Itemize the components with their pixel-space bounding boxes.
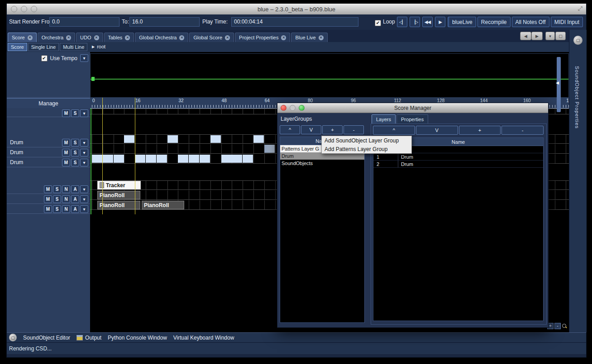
row-dropdown[interactable]: ▾ [80, 149, 88, 156]
close-icon[interactable]: × [94, 35, 99, 40]
row-dropdown[interactable]: ▾ [80, 139, 88, 147]
menu-item-add-soundobject-layer-group[interactable]: Add SoundObject Layer Group [322, 136, 411, 145]
tab-score[interactable]: Score× [8, 33, 37, 42]
close-icon[interactable]: × [28, 35, 33, 40]
pattern-cell[interactable] [124, 135, 134, 143]
mute-button[interactable]: M [62, 149, 70, 156]
mute-button[interactable]: M [62, 159, 70, 166]
loop-checkbox[interactable]: ✔ [375, 18, 381, 26]
menu-item-add-patterns-layer-group[interactable]: Add Patterns Layer Group [322, 145, 411, 153]
tab-global-score[interactable]: Global Score× [189, 33, 234, 42]
layergroups-table[interactable]: Name Patterns Layer G Drum SoundObjects [280, 137, 365, 323]
pattern-cell[interactable] [253, 135, 264, 143]
pattern-cell[interactable] [92, 155, 102, 163]
layers-table[interactable]: Name 1 Drum 2 Drum [373, 137, 544, 321]
pattern-cell[interactable] [103, 155, 113, 163]
pattern-cell[interactable] [114, 155, 124, 163]
soundobject-properties-icon[interactable]: ▢ [573, 36, 582, 45]
layer-row-1[interactable]: M S N A ▾ [7, 184, 90, 194]
tempo-start-marker[interactable] [91, 77, 95, 81]
score-manager-dialog[interactable]: Score Manager LayerGroups ^ V + - Name P… [277, 103, 549, 328]
midi-input-button[interactable]: MIDI Input [551, 17, 583, 27]
tab-layers[interactable]: Layers [372, 114, 396, 124]
automation-button[interactable]: A [71, 185, 79, 193]
pattern-cell[interactable] [221, 155, 232, 163]
mute-button[interactable]: M [62, 139, 70, 147]
solo-button[interactable]: S [71, 149, 79, 156]
add-button[interactable]: + [459, 126, 501, 135]
bluelive-button[interactable]: blueLive [449, 17, 476, 27]
note-button[interactable]: N [62, 205, 70, 213]
pattern-cell[interactable] [178, 155, 188, 163]
layer-row-2[interactable]: M S N A ▾ [7, 194, 90, 204]
row-dropdown[interactable]: ▾ [80, 185, 88, 193]
soundobject-tracker[interactable]: Tracker [97, 181, 141, 189]
tab-orchestra[interactable]: Orchestra× [38, 33, 75, 42]
track-row-drum-2[interactable]: Drum M S ▾ [7, 148, 90, 157]
maximize-view-button[interactable]: ▢ [555, 32, 566, 40]
mute-button[interactable]: M [44, 205, 52, 213]
subtab-score[interactable]: Score [8, 43, 27, 51]
soundobject-editor-icon[interactable]: ▢ [9, 334, 17, 341]
pattern-cell[interactable] [157, 155, 167, 163]
recompile-button[interactable]: Recompile [477, 17, 511, 27]
soundobject-pianoroll-3[interactable]: PianoRoll [142, 201, 184, 209]
layer-row-3[interactable]: M S N A ▾ [7, 204, 90, 214]
mute-button[interactable]: M [44, 195, 52, 203]
tab-udo[interactable]: UDO× [76, 33, 103, 42]
remove-button[interactable]: - [501, 126, 544, 135]
to-input[interactable]: 16.0 [129, 17, 200, 27]
add-button[interactable]: + [322, 125, 343, 134]
soundobject-editor-button[interactable]: SoundObject Editor [23, 335, 70, 341]
pattern-cell[interactable] [232, 155, 242, 163]
pattern-cell[interactable] [200, 155, 210, 163]
pattern-cell[interactable] [243, 155, 253, 163]
row-dropdown[interactable]: ▾ [80, 195, 88, 203]
rewind-button[interactable]: ◀◀ [422, 17, 433, 27]
layergroup-row-soundobjects[interactable]: SoundObjects [280, 160, 364, 167]
tab-list-dropdown-button[interactable]: ▾ [545, 32, 555, 40]
all-notes-off-button[interactable]: All Notes Off [512, 17, 549, 27]
layers-row-1[interactable]: 1 Drum [373, 153, 543, 161]
subtab-single-line[interactable]: Single Line [28, 43, 59, 51]
render-start-marker[interactable] [91, 109, 91, 214]
row-dropdown[interactable]: ▾ [80, 205, 88, 213]
subtab-multi-line[interactable]: Multi Line [60, 43, 87, 51]
manage-button[interactable]: Manage [7, 98, 90, 108]
pattern-cell[interactable] [264, 145, 275, 153]
move-down-button[interactable]: V [416, 126, 458, 135]
pattern-cell[interactable] [135, 155, 145, 163]
tab-global-orchestra[interactable]: Global Orchestra× [135, 33, 188, 42]
output-button[interactable]: Output [76, 335, 101, 341]
close-icon[interactable]: × [66, 35, 71, 40]
playhead-marker[interactable] [102, 98, 103, 214]
tab-scroll-left-button[interactable]: ◀ [520, 32, 531, 40]
row-dropdown[interactable]: ▾ [80, 109, 88, 117]
tempo-options-dropdown[interactable]: ▾ [80, 54, 88, 62]
use-tempo-checkbox[interactable]: ✔ [41, 55, 48, 61]
track-row-drum-3[interactable]: Drum M S ▾ [7, 158, 90, 167]
close-icon[interactable]: × [225, 35, 230, 40]
window-titlebar[interactable]: blue – 2.3.0_beta – b909.blue ⤢ [7, 4, 586, 15]
solo-button[interactable]: S [53, 195, 61, 203]
virtual-keyboard-button[interactable]: Virtual Keyboard Window [173, 335, 234, 341]
soundobject-properties-tab[interactable]: SoundObject Properties [574, 66, 580, 129]
loop-end-marker[interactable] [135, 98, 135, 214]
collapse-panel-icon[interactable]: ◀ [556, 80, 559, 85]
close-icon[interactable]: × [319, 35, 324, 40]
tempo-editor[interactable] [90, 53, 569, 98]
tempo-line[interactable] [91, 79, 568, 80]
dialog-titlebar[interactable]: Score Manager [277, 103, 548, 113]
move-up-button[interactable]: ^ [373, 126, 415, 135]
tab-scroll-right-button[interactable]: ▶ [531, 32, 543, 40]
pattern-cell[interactable] [210, 135, 221, 143]
note-button[interactable]: N [62, 185, 70, 193]
note-button[interactable]: N [62, 195, 70, 203]
tab-tables[interactable]: Tables× [104, 33, 134, 42]
solo-button[interactable]: S [71, 139, 79, 147]
magnifier-icon[interactable] [562, 323, 567, 329]
layers-row-2[interactable]: 2 Drum [373, 161, 543, 168]
mute-button[interactable]: M [62, 109, 70, 117]
soundobject-pianoroll-2[interactable]: PianoRoll [97, 201, 140, 209]
row-dropdown[interactable]: ▾ [80, 159, 88, 166]
